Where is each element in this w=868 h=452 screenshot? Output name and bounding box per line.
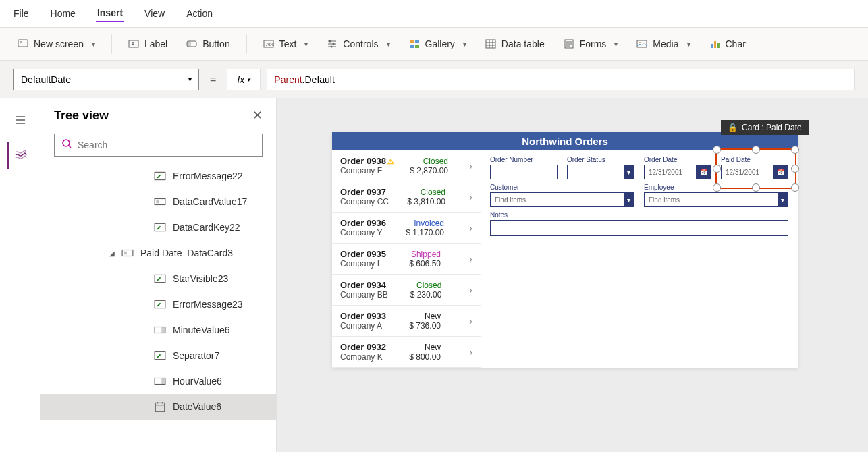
order-item[interactable]: Order 0934Company BBClosed$ 230.00› [332,275,481,306]
menu-action[interactable]: Action [185,5,214,22]
tree-view-button[interactable] [7,142,34,169]
tree-node-label: ErrorMessage22 [173,171,243,181]
employee-dropdown[interactable]: Find items [644,192,788,207]
paid-date-picker[interactable]: 12/31/2001 [721,165,788,179]
new-screen-button[interactable]: New screen [12,36,101,52]
tree-node-label: Paid Date_DataCard3 [140,248,233,258]
svg-rect-24 [156,200,159,204]
order-status: Closed [410,281,442,290]
tree-node-datacardvalue17[interactable]: DataCardValue17 [40,189,276,215]
tree-list: ErrorMessage22DataCardValue17DataCardKey… [40,163,276,452]
menu-insert[interactable]: Insert [96,5,124,22]
order-title: Order 0935 [340,249,386,259]
canvas[interactable]: Northwind Orders Order 0938⚠Company FClo… [277,98,868,452]
tree-node-hourvalue6[interactable]: HourValue6 [40,368,276,394]
tree-node-label: StarVisible23 [173,273,228,284]
data-table-button[interactable]: Data table [480,36,550,52]
formula-input[interactable]: Parent.Default [267,69,855,90]
tree-node-starvisible23[interactable]: StarVisible23 [40,266,276,291]
order-item[interactable]: Order 0936Company YInvoiced$ 1,170.00› [332,213,481,244]
order-amount: $ 2,870.00 [410,166,448,175]
label-icon [128,38,139,49]
svg-rect-4 [187,41,191,47]
label-button[interactable]: Label [123,36,173,52]
box-icon [154,324,166,336]
tree-node-datacardkey22[interactable]: DataCardKey22 [40,215,276,240]
order-form: Order Number Order Status Order Date12/3… [481,150,798,368]
property-selector[interactable]: DefaultDate ▾ [13,69,199,90]
notes-input[interactable] [490,220,788,236]
app-preview: Northwind Orders Order 0938⚠Company FClo… [332,132,798,368]
order-status: New [409,343,441,352]
svg-rect-27 [124,252,127,255]
order-item[interactable]: Order 0935Company IShipped$ 606.50› [332,244,481,275]
tree-search[interactable] [54,134,263,157]
new-screen-label: New screen [34,38,84,49]
order-status-dropdown[interactable] [567,165,634,179]
order-status: Closed [407,188,445,197]
field-label-paid-date: Paid Date [721,156,788,163]
menu-view[interactable]: View [143,5,166,22]
app-title: Northwind Orders [332,132,798,150]
button-button[interactable]: Button [181,36,235,52]
tree-search-input[interactable] [78,140,255,150]
svg-point-21 [63,140,70,146]
field-label-employee: Employee [644,183,788,191]
ribbon-divider [111,34,112,54]
forms-dropdown-label: Forms [580,38,607,49]
button-icon [186,38,197,49]
menu-file[interactable]: File [12,5,30,22]
order-company: Company K [340,352,386,362]
order-item[interactable]: Order 0937Company CCClosed$ 3,810.00› [332,181,481,213]
gallery-dropdown-label: Gallery [425,38,455,49]
controls-dropdown-label: Controls [343,38,378,49]
lock-icon: 🔒 [728,123,738,132]
box-icon [154,375,166,387]
hamburger-button[interactable] [7,107,34,134]
customer-dropdown[interactable]: Find items [490,192,634,207]
chevron-right-icon: › [469,316,472,327]
svg-point-17 [639,42,641,43]
forms-dropdown[interactable]: Forms [558,36,624,52]
order-item[interactable]: Order 0938⚠Company FClosed$ 2,870.00› [332,150,481,181]
tree-node-label: DataCardValue17 [173,196,247,207]
tree-node-minutevalue6[interactable]: MinuteValue6 [40,317,276,343]
screen-icon [18,38,28,49]
menu-home[interactable]: Home [49,5,77,22]
label-button-label: Label [144,38,167,49]
order-date-picker[interactable]: 12/31/2001 [644,165,711,179]
text-dropdown[interactable]: Abc Text [258,36,314,52]
order-number-input[interactable] [490,165,558,179]
gallery-dropdown[interactable]: Gallery [404,36,472,52]
controls-dropdown[interactable]: Controls [321,36,395,52]
fx-button[interactable]: fx▾ [227,69,261,90]
svg-rect-10 [410,40,414,43]
controls-icon [327,38,337,49]
tree-node-errormessage23[interactable]: ErrorMessage23 [40,291,276,317]
media-icon [636,38,647,49]
expand-arrow-icon[interactable]: ◢ [108,250,116,257]
tree-node-datevalue6[interactable]: DateValue6 [40,394,276,420]
tree-node-label: MinuteValue6 [173,324,230,335]
order-title: Order 0937 [340,187,389,197]
order-status: New [409,312,441,321]
field-label-order-date: Order Date [644,156,711,163]
close-panel-button[interactable]: ✕ [252,108,263,123]
field-label-customer: Customer [490,183,634,191]
order-title: Order 0933 [340,311,386,321]
order-item[interactable]: Order 0933Company ANew$ 736.00› [332,306,481,337]
order-amount: $ 606.50 [409,259,441,269]
order-item[interactable]: Order 0932Company KNew$ 800.00› [332,337,481,368]
chevron-right-icon: › [469,285,472,295]
order-status: Closed [410,157,448,166]
tree-node-errormessage22[interactable]: ErrorMessage22 [40,163,276,189]
order-title: Order 0934 [340,280,388,290]
button-button-label: Button [202,38,229,49]
order-company: Company I [340,259,386,269]
chart-dropdown[interactable]: Char [704,36,751,52]
tree-node-paid-date_datacard3[interactable]: ◢Paid Date_DataCard3 [40,240,276,266]
order-gallery[interactable]: Order 0938⚠Company FClosed$ 2,870.00›Ord… [332,150,481,368]
media-dropdown[interactable]: Media [631,36,695,52]
table-icon [485,38,496,49]
tree-node-separator7[interactable]: Separator7 [40,343,276,368]
